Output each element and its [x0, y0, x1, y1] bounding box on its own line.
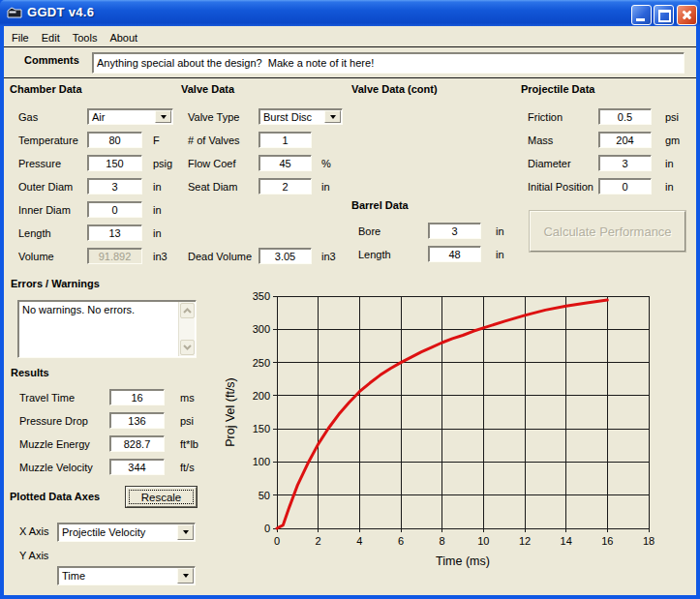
valve-valve-type-label: Valve Type — [188, 111, 239, 123]
comments-label: Comments — [24, 54, 79, 66]
chamber-inner-diam-unit: in — [153, 204, 162, 216]
valve-seat-diam-input[interactable] — [259, 178, 312, 195]
svg-text:Time (ms): Time (ms) — [436, 554, 490, 568]
close-button[interactable] — [677, 5, 697, 25]
barrel-length-input[interactable] — [428, 246, 481, 262]
ggdt-window: { "window": { "title": "GGDT v4.6" }, "m… — [0, 0, 700, 599]
x-axis-select[interactable]: Projectile Velocity — [57, 523, 196, 542]
chamber-volume-input[interactable] — [87, 248, 142, 264]
svg-text:16: 16 — [601, 535, 613, 547]
app-icon — [7, 5, 22, 20]
menu-item-edit[interactable]: Edit — [42, 32, 60, 44]
results-muzzle-energy-label: Muzzle Energy — [19, 438, 90, 450]
x-axis-dropdown-button[interactable] — [177, 524, 194, 540]
y-axis-dropdown-button[interactable] — [177, 568, 194, 584]
projectile-data-header: Projectile Data — [521, 83, 594, 95]
scroll-down-button[interactable] — [180, 340, 195, 355]
svg-text:50: 50 — [259, 490, 270, 501]
valve-data-section: Valve TypeBurst Disc# of ValvesFlow Coef… — [181, 108, 265, 125]
svg-text:6: 6 — [398, 535, 404, 547]
valve-seat-diam-label: Seat Diam — [188, 181, 237, 193]
results-travel-time-input[interactable] — [109, 389, 165, 405]
chamber-pressure-label: Pressure — [18, 158, 61, 169]
svg-text:250: 250 — [253, 357, 270, 369]
svg-text:Proj Vel (ft/s): Proj Vel (ft/s) — [224, 377, 237, 447]
chamber-outer-diam-unit: in — [153, 181, 162, 193]
rescale-button[interactable]: Rescale — [126, 487, 197, 507]
errors-warnings-box[interactable]: No warnings. No errors. — [17, 300, 197, 358]
chamber-gas-select[interactable]: Air — [87, 108, 173, 125]
separator-line — [4, 77, 696, 78]
valve-seat-diam-unit: in — [321, 181, 330, 193]
errors-warnings-text: No warnings. No errors. — [22, 304, 135, 315]
results-travel-time-unit: ms — [180, 392, 195, 404]
scroll-up-button[interactable] — [180, 303, 195, 318]
y-axis-label: Y Axis — [19, 550, 48, 561]
svg-text:300: 300 — [253, 323, 270, 335]
chamber-inner-diam-label: Inner Diam — [18, 204, 71, 216]
projectile-mass-label: Mass — [528, 135, 553, 146]
valve-valve-type-select[interactable]: Burst Disc — [259, 108, 343, 125]
menu-item-file[interactable]: File — [12, 32, 29, 44]
results-pressure-drop-unit: psi — [180, 415, 194, 427]
valve-of-valves-input[interactable] — [259, 132, 312, 148]
results-header: Results — [11, 367, 49, 378]
barrel-length-unit: in — [496, 249, 504, 260]
maximize-button[interactable] — [654, 5, 674, 25]
chevron-down-icon — [183, 530, 189, 534]
results-muzzle-energy-input[interactable] — [109, 435, 165, 452]
results-travel-time-label: Travel Time — [19, 392, 75, 404]
chamber-inner-diam-input[interactable] — [87, 201, 142, 218]
valve-flow-coef-input[interactable] — [259, 155, 312, 171]
projectile-diameter-input[interactable] — [598, 155, 652, 171]
chamber-outer-diam-label: Outer Diam — [18, 181, 73, 193]
barrel-bore-input[interactable] — [428, 223, 481, 239]
vertical-scrollbar[interactable] — [178, 302, 195, 356]
chamber-volume-label: Volume — [18, 251, 54, 262]
valve-dead-volume-input[interactable] — [259, 248, 312, 264]
separator-line — [4, 46, 696, 47]
projectile-diameter-label: Diameter — [528, 158, 571, 169]
results-pressure-drop-label: Pressure Drop — [19, 415, 88, 427]
results-muzzle-velocity-input[interactable] — [109, 459, 165, 475]
chamber-data-section: GasAirTemperatureFPressurepsigOuter Diam… — [10, 108, 96, 125]
barrel-data-header: Barrel Data — [351, 199, 409, 211]
chamber-gas-dropdown-button[interactable] — [155, 110, 171, 123]
chamber-gas-label: Gas — [18, 111, 38, 123]
chevron-down-icon — [161, 115, 167, 119]
projectile-friction-label: Friction — [528, 111, 563, 123]
minimize-button[interactable] — [631, 5, 652, 25]
chevron-down-icon — [183, 344, 192, 350]
errors-warnings-header: Errors / Warnings — [11, 278, 100, 289]
projectile-mass-input[interactable] — [598, 132, 652, 148]
svg-text:10: 10 — [477, 535, 489, 547]
menu-item-about[interactable]: About — [109, 32, 137, 44]
svg-text:350: 350 — [253, 290, 270, 302]
chamber-outer-diam-input[interactable] — [87, 178, 142, 195]
menu-item-tools[interactable]: Tools — [73, 32, 98, 44]
calculate-performance-button[interactable]: Calculate Performance — [530, 211, 685, 252]
chamber-volume-unit: in3 — [153, 251, 167, 262]
valve-data-cont-header: Valve Data (cont) — [351, 83, 438, 95]
results-muzzle-energy-unit: ft*lb — [180, 438, 198, 450]
y-axis-select[interactable]: Time — [57, 566, 196, 585]
svg-text:18: 18 — [643, 535, 654, 547]
results-pressure-drop-input[interactable] — [109, 412, 165, 429]
projectile-mass-unit: gm — [665, 135, 680, 146]
svg-text:100: 100 — [253, 456, 270, 467]
chamber-length-input[interactable] — [87, 225, 142, 241]
projectile-initial-position-input[interactable] — [598, 178, 652, 195]
chamber-temperature-input[interactable] — [87, 132, 142, 148]
valve-data-header: Valve Data — [181, 83, 234, 95]
comments-input[interactable] — [92, 52, 685, 74]
chevron-down-icon — [330, 115, 336, 119]
valve-dead-volume-unit: in3 — [321, 251, 336, 262]
svg-text:0: 0 — [274, 535, 280, 547]
chamber-length-unit: in — [153, 227, 162, 239]
valve-flow-coef-unit: % — [321, 158, 331, 169]
window-title: GGDT v4.6 — [27, 5, 94, 19]
projectile-friction-input[interactable] — [598, 108, 652, 125]
chamber-pressure-input[interactable] — [87, 155, 142, 171]
chamber-length-label: Length — [18, 227, 51, 239]
valve-valve-type-dropdown-button[interactable] — [324, 110, 341, 123]
